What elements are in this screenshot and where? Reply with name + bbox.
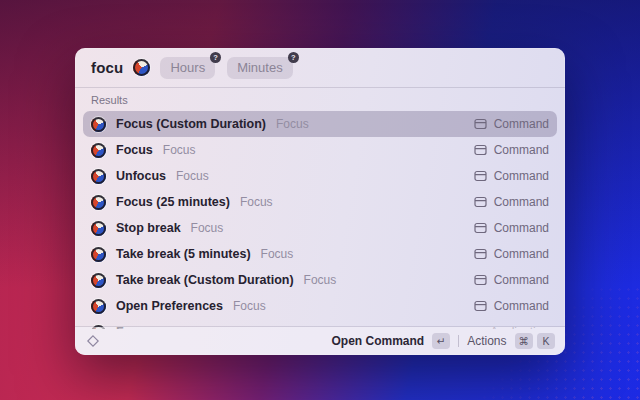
result-row[interactable]: Stop breakFocusCommand	[83, 215, 557, 241]
result-subtitle: Focus	[261, 247, 294, 261]
k-key-icon: K	[537, 333, 555, 349]
focus-app-icon	[91, 273, 106, 288]
result-type: Command	[474, 195, 549, 209]
result-row[interactable]: UnfocusFocusCommand	[83, 163, 557, 189]
command-type-icon	[474, 196, 487, 208]
primary-action-label[interactable]: Open Command	[331, 334, 424, 348]
focus-app-icon	[91, 299, 106, 314]
result-subtitle: Focus	[176, 169, 209, 183]
focus-app-icon	[91, 195, 106, 210]
results-list: Focus (Custom Duration)FocusCommandFocus…	[75, 109, 565, 329]
result-type-label: Command	[494, 221, 549, 235]
question-badge-icon: ?	[210, 52, 221, 63]
command-type-icon	[474, 274, 487, 286]
return-key-icon: ↵	[432, 333, 450, 349]
actions-button[interactable]: Actions	[467, 334, 506, 348]
search-bar[interactable]: focu Hours ? Minutes ?	[75, 48, 565, 88]
result-row[interactable]: Take break (Custom Duration)FocusCommand	[83, 267, 557, 293]
raycast-logo-icon	[85, 333, 101, 349]
focus-app-icon	[91, 221, 106, 236]
argument-tag-minutes[interactable]: Minutes ?	[227, 57, 293, 79]
argument-tag-label: Minutes	[237, 60, 283, 75]
result-title: Take break (Custom Duration)	[116, 273, 294, 287]
result-row[interactable]: Focus (25 minutes)FocusCommand	[83, 189, 557, 215]
result-subtitle: Focus	[276, 117, 309, 131]
result-subtitle: Focus	[163, 143, 196, 157]
result-title: Stop break	[116, 221, 181, 235]
launcher-window: focu Hours ? Minutes ? Results Focus (Cu…	[75, 48, 565, 355]
result-title: Focus (25 minutes)	[116, 195, 230, 209]
result-subtitle: Focus	[304, 273, 337, 287]
result-type-label: Command	[494, 299, 549, 313]
result-title: Take break (5 minutes)	[116, 247, 251, 261]
argument-tag-label: Hours	[170, 60, 205, 75]
result-subtitle: Focus	[191, 221, 224, 235]
result-type: Command	[474, 299, 549, 313]
result-type-label: Command	[494, 273, 549, 287]
command-type-icon	[474, 170, 487, 182]
question-badge-icon: ?	[288, 52, 299, 63]
status-bar: Open Command ↵ Actions ⌘ K	[75, 327, 565, 355]
result-type: Command	[474, 247, 549, 261]
command-type-icon	[474, 300, 487, 312]
result-title: Unfocus	[116, 169, 166, 183]
focus-app-icon	[91, 247, 106, 262]
focus-app-icon	[91, 143, 106, 158]
search-input[interactable]: focu	[91, 59, 123, 76]
result-type-label: Command	[494, 143, 549, 157]
result-type: Command	[474, 169, 549, 183]
result-title: Focus (Custom Duration)	[116, 117, 266, 131]
result-type: Command	[474, 143, 549, 157]
result-row[interactable]: Take break (5 minutes)FocusCommand	[83, 241, 557, 267]
result-title: Focus	[116, 143, 153, 157]
results-section-header: Results	[75, 88, 565, 109]
result-type-label: Command	[494, 247, 549, 261]
result-type: Command	[474, 221, 549, 235]
argument-tags: Hours ? Minutes ?	[160, 57, 292, 79]
argument-tag-hours[interactable]: Hours ?	[160, 57, 215, 79]
result-type: Command	[474, 117, 549, 131]
result-type-label: Command	[494, 117, 549, 131]
result-type: Command	[474, 273, 549, 287]
command-key-icon: ⌘	[515, 333, 534, 349]
result-subtitle: Focus	[240, 195, 273, 209]
footer-divider	[458, 335, 459, 347]
result-row[interactable]: Focus (Custom Duration)FocusCommand	[83, 111, 557, 137]
actions-shortcut: ⌘ K	[515, 333, 556, 349]
result-row[interactable]: FocusFocusCommand	[83, 137, 557, 163]
result-subtitle: Focus	[233, 299, 266, 313]
command-type-icon	[474, 222, 487, 234]
result-title: Open Preferences	[116, 299, 223, 313]
result-type-label: Command	[494, 169, 549, 183]
result-row[interactable]: Open PreferencesFocusCommand	[83, 293, 557, 319]
command-type-icon	[474, 248, 487, 260]
command-type-icon	[474, 144, 487, 156]
result-type-label: Command	[494, 195, 549, 209]
focus-app-icon	[91, 117, 106, 132]
focus-app-icon	[91, 169, 106, 184]
desktop-background: focu Hours ? Minutes ? Results Focus (Cu…	[0, 0, 640, 400]
command-type-icon	[474, 118, 487, 130]
focus-app-icon	[133, 59, 150, 76]
